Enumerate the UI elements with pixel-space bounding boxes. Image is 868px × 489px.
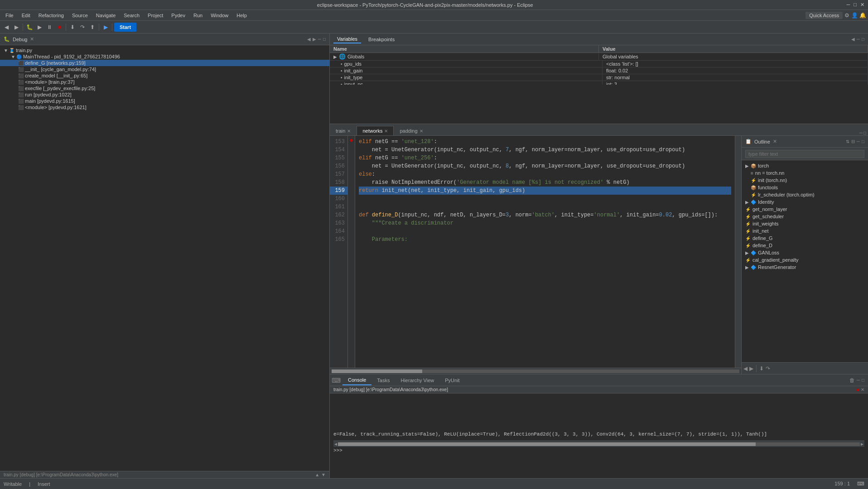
hscroll-track[interactable] <box>332 369 739 373</box>
vars-row-init_gain[interactable]: • init_gain float: 0.02 <box>330 67 868 74</box>
vars-row-init_type[interactable]: • init_type str: normal <box>330 74 868 81</box>
debug-collapse[interactable]: ◀ <box>307 37 311 42</box>
stepreturn-btn[interactable]: ⬆ <box>88 23 97 32</box>
console-maximize[interactable]: □ <box>862 378 864 383</box>
stepinto-btn[interactable]: ⬇ <box>68 23 77 32</box>
console-scroll-thumb[interactable] <box>338 442 756 446</box>
tab-train[interactable]: train ✕ <box>330 126 357 135</box>
tab-variables[interactable]: Variables <box>333 35 361 43</box>
frame-create-model[interactable]: ⬛ create_model [__init_.py:65] <box>0 72 329 79</box>
hscroll-thumb[interactable] <box>332 369 422 373</box>
outline-item-lr_scheduler[interactable]: ⚡ lr_scheduler (torch.optim) <box>742 191 868 198</box>
editor-hscroll[interactable] <box>330 368 741 374</box>
quick-access-button[interactable]: Quick Access <box>805 12 843 19</box>
code-content[interactable]: elif netG == 'unet_128' : net = UnetGene… <box>355 136 735 368</box>
outline-sort-icon[interactable]: ⇅ <box>846 139 849 144</box>
tab-padding[interactable]: padding ✕ <box>394 126 429 135</box>
console-hscroll-right[interactable]: ▶ <box>860 441 864 447</box>
frame-mainthread[interactable]: ▼ 🔵 MainThread - pid_9192_id_27662178104… <box>0 53 329 60</box>
tab-tasks[interactable]: Tasks <box>371 376 395 385</box>
tab-breakpoints[interactable]: Breakpoints <box>365 36 398 43</box>
frame-main[interactable]: ⬛ main [pydevd.py:1615] <box>0 98 329 104</box>
outline-item-nn[interactable]: ≡ nn = torch.nn <box>742 169 868 177</box>
vars-row-gpu_ids[interactable]: • gpu_ids <class 'list'>: [] <box>330 61 868 67</box>
console-content[interactable]: e=False, track_running_stats=False), ReL… <box>330 393 868 478</box>
outline-item-init_weights[interactable]: ⚡ init_weights <box>742 220 868 227</box>
debug-minimize[interactable]: ─ <box>318 37 321 42</box>
menu-source[interactable]: Source <box>68 12 92 19</box>
maximize-btn[interactable]: □ <box>854 2 857 8</box>
debug-btn[interactable]: 🐛 <box>25 23 34 32</box>
start-button[interactable]: Start <box>114 23 136 32</box>
menu-run[interactable]: Run <box>190 12 206 19</box>
tab-train-close[interactable]: ✕ <box>347 129 351 134</box>
vars-minimize-icon[interactable]: ─ <box>857 37 860 42</box>
frame-execfile[interactable]: ⬛ execfile [_pydev_execfile.py:25] <box>0 85 329 91</box>
vars-row-globals[interactable]: ▶ 🌐 Globals Global variables <box>330 53 868 61</box>
back-btn[interactable]: ◀ <box>2 23 11 32</box>
outline-item-init[interactable]: ⚡ init (torch.nn) <box>742 177 868 184</box>
tab-pyunit[interactable]: PyUnit <box>439 376 465 385</box>
menu-navigate[interactable]: Navigate <box>92 12 119 19</box>
close-btn[interactable]: ✕ <box>860 2 864 8</box>
outline-item-get_norm_layer[interactable]: ⚡ get_norm_layer <box>742 206 868 213</box>
thread-train[interactable]: ▼ 🧵 train.py <box>0 47 329 53</box>
console-minimize[interactable]: ─ <box>857 378 860 383</box>
stepover-btn[interactable]: ↷ <box>78 23 87 32</box>
vars-row-input_nc[interactable]: • input_nc int: 3 <box>330 81 868 85</box>
menu-refactoring[interactable]: Refactoring <box>35 12 68 19</box>
outline-item-identity[interactable]: ▶ 🔷 Identity <box>742 198 868 206</box>
code-editor[interactable]: 153 154 155 156 157 158 159 160 161 162 … <box>330 136 741 368</box>
tab-hierarchy[interactable]: Hierarchy View <box>395 376 439 385</box>
editor-minimize-icon[interactable]: ─ <box>859 130 863 135</box>
console-clear-icon[interactable]: 🗑 <box>849 377 855 384</box>
menu-pydev[interactable]: Pydev <box>168 12 189 19</box>
outline-item-init_net[interactable]: ⚡ init_net <box>742 227 868 235</box>
minimize-btn[interactable]: ─ <box>847 2 850 8</box>
outline-filter-input[interactable] <box>745 150 864 158</box>
outline-item-get_scheduler[interactable]: ⚡ get_scheduler <box>742 213 868 220</box>
resume-btn[interactable]: ▶ <box>35 23 44 32</box>
outline-item-define_G[interactable]: ⚡ define_G <box>742 235 868 242</box>
debug-expand[interactable]: ▶ <box>313 37 316 42</box>
debug-close[interactable]: ✕ <box>30 36 34 42</box>
outline-item-define_D[interactable]: ⚡ define_D <box>742 242 868 249</box>
outline-toolbar-icon2[interactable]: ▶ <box>749 365 753 372</box>
outline-item-cal_gradient_penalty[interactable]: ⚡ cal_gradient_penalty <box>742 256 868 264</box>
outline-item-functools[interactable]: 📦 functools <box>742 184 868 191</box>
scroll-down-icon[interactable]: ▼ <box>321 472 326 477</box>
console-tool1[interactable]: ■ <box>856 387 859 392</box>
menu-project[interactable]: Project <box>144 12 167 19</box>
outline-maximize[interactable]: □ <box>862 139 864 144</box>
scroll-up-icon[interactable]: ▲ <box>315 472 319 477</box>
menu-help[interactable]: Help <box>233 12 251 19</box>
editor-vscroll[interactable] <box>735 136 741 368</box>
outline-item-GANLoss[interactable]: ▶ 🔷 GANLoss <box>742 249 868 256</box>
run-btn[interactable]: ▶ <box>101 23 110 32</box>
console-hscroll-left[interactable]: ◀ <box>333 441 338 447</box>
debug-maximize[interactable]: □ <box>323 37 326 42</box>
vars-collapse-icon[interactable]: ◀ <box>851 37 855 42</box>
outline-collapse-all[interactable]: ⊟ <box>851 139 855 144</box>
outline-item-ResnetGenerator[interactable]: ▶ 🔷 ResnetGenerator <box>742 264 868 271</box>
frame-defineg[interactable]: ⬛ define_G [networks.py:159] <box>0 60 329 66</box>
console-hscroll[interactable]: ◀ ▶ <box>333 441 864 447</box>
outline-close[interactable]: ✕ <box>773 139 777 144</box>
forward-btn[interactable]: ▶ <box>12 23 21 32</box>
frame-init[interactable]: ⬛ __init_ [cycle_gan_model.py:74] <box>0 66 329 72</box>
frame-module-pydevd[interactable]: ⬛ <module> [pydevd.py:1621] <box>0 104 329 110</box>
outline-filter[interactable] <box>742 148 868 160</box>
outline-toolbar-icon4[interactable]: ↷ <box>766 365 770 372</box>
tab-networks[interactable]: networks ✕ <box>357 126 394 135</box>
editor-maximize-icon[interactable]: □ <box>863 130 866 135</box>
outline-minimize[interactable]: ─ <box>857 139 860 144</box>
tab-console[interactable]: Console <box>342 375 371 385</box>
frame-module-train[interactable]: ⬛ <module> [train.py:37] <box>0 79 329 85</box>
stop-btn[interactable]: ■ <box>55 23 64 32</box>
suspend-btn[interactable]: ⏸ <box>45 23 54 32</box>
menu-edit[interactable]: Edit <box>18 12 34 19</box>
frame-run[interactable]: ⬛ run [pydevd.py:1022] <box>0 91 329 98</box>
console-tool2[interactable]: ✕ <box>861 387 864 392</box>
outline-toolbar-icon1[interactable]: ◀ <box>743 365 747 372</box>
console-scroll-track[interactable] <box>338 442 860 446</box>
